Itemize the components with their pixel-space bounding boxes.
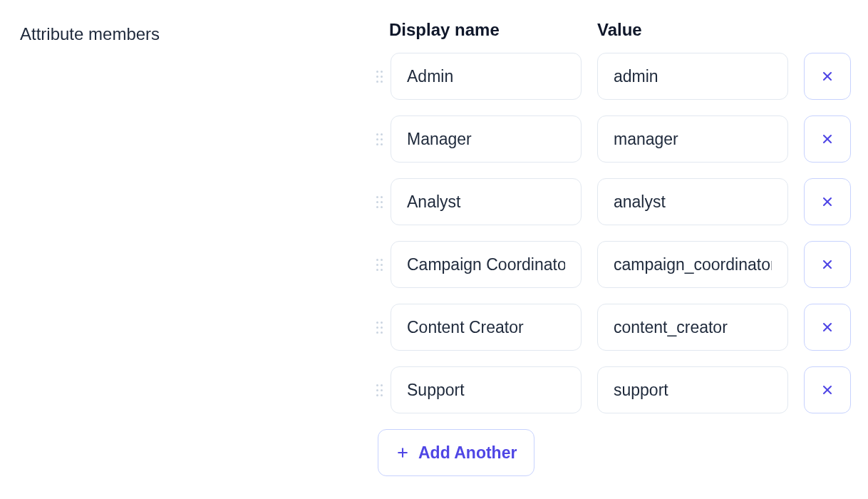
column-header-value: Value xyxy=(597,20,790,40)
display-name-input[interactable] xyxy=(391,366,582,413)
close-icon xyxy=(820,320,835,334)
close-icon xyxy=(820,132,835,146)
attribute-row xyxy=(376,241,851,288)
remove-row-button[interactable] xyxy=(804,304,851,351)
attribute-row xyxy=(376,115,851,163)
close-icon xyxy=(820,195,835,209)
display-name-input[interactable] xyxy=(391,241,582,288)
remove-row-button[interactable] xyxy=(804,366,851,413)
add-another-button[interactable]: Add Another xyxy=(378,429,534,476)
display-name-input[interactable] xyxy=(391,178,582,225)
display-name-input[interactable] xyxy=(391,304,582,351)
value-input[interactable] xyxy=(597,304,788,351)
drag-handle-icon[interactable] xyxy=(376,196,382,208)
value-input[interactable] xyxy=(597,366,788,413)
close-icon xyxy=(820,69,835,83)
close-icon xyxy=(820,383,835,397)
remove-row-button[interactable] xyxy=(804,115,851,163)
remove-row-button[interactable] xyxy=(804,241,851,288)
drag-handle-icon[interactable] xyxy=(376,259,382,271)
value-input[interactable] xyxy=(597,178,788,225)
attribute-row xyxy=(376,178,851,225)
display-name-input[interactable] xyxy=(391,53,582,100)
remove-row-button[interactable] xyxy=(804,53,851,100)
value-input[interactable] xyxy=(597,241,788,288)
attribute-row xyxy=(376,366,851,413)
attribute-row xyxy=(376,53,851,100)
drag-handle-icon[interactable] xyxy=(376,321,382,334)
attribute-row xyxy=(376,304,851,351)
drag-handle-icon[interactable] xyxy=(376,133,382,145)
display-name-input[interactable] xyxy=(391,115,582,163)
value-input[interactable] xyxy=(597,115,788,163)
close-icon xyxy=(820,257,835,272)
drag-handle-icon[interactable] xyxy=(376,384,382,396)
column-header-display-name: Display name xyxy=(389,20,582,40)
column-headers: Display name Value xyxy=(376,20,851,40)
section-label: Attribute members xyxy=(20,20,362,44)
remove-row-button[interactable] xyxy=(804,178,851,225)
plus-icon xyxy=(396,446,410,460)
add-another-label: Add Another xyxy=(418,443,517,463)
value-input[interactable] xyxy=(597,53,788,100)
drag-handle-icon[interactable] xyxy=(376,71,382,83)
